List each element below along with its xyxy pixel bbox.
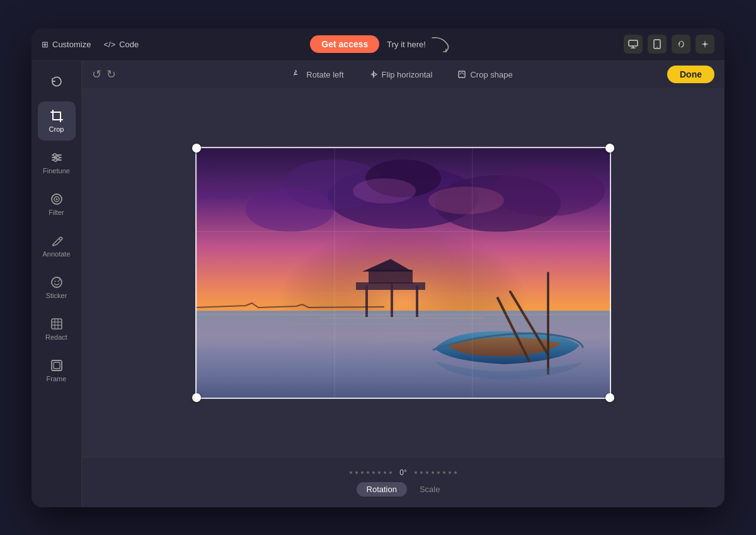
- svg-rect-23: [54, 362, 60, 369]
- sidebar-item-crop[interactable]: Crop: [38, 101, 76, 141]
- monitor-icon: [628, 40, 638, 49]
- crop-shape-icon: [457, 70, 466, 79]
- crop-shape-label: Crop shape: [470, 70, 512, 79]
- redo-button[interactable]: ↻: [106, 67, 116, 81]
- svg-rect-39: [290, 323, 517, 325]
- done-button-container: Done: [667, 66, 714, 83]
- ruler-dot: [454, 471, 457, 474]
- sidebar-frame-label: Frame: [47, 375, 67, 383]
- flip-horizontal-label: Flip horizontal: [382, 70, 433, 79]
- app-container: ⊞ Customize </> Code Get access Try it h…: [32, 28, 724, 507]
- sidebar-item-annotate[interactable]: Annotate: [38, 226, 76, 265]
- code-label: Code: [119, 40, 139, 49]
- main-area: Crop Finetune: [32, 61, 724, 507]
- ruler-dot: [355, 471, 358, 474]
- finetune-icon: [50, 151, 64, 164]
- filter-icon: [50, 192, 64, 206]
- flip-horizontal-icon: [369, 70, 378, 79]
- ruler-dot: [443, 471, 445, 474]
- canvas-area: ↺ ↻ Rotate left Flip ho: [82, 61, 724, 507]
- ruler-dot: [372, 471, 375, 474]
- editor-image: [195, 147, 611, 399]
- monitor-icon-btn[interactable]: [624, 35, 643, 54]
- ruler-dot: [449, 471, 451, 474]
- top-bar: ⊞ Customize </> Code Get access Try it h…: [32, 28, 724, 61]
- sidebar-redact-label: Redact: [45, 333, 67, 341]
- sidebar-crop-label: Crop: [49, 125, 64, 133]
- ruler-dot: [437, 471, 440, 474]
- svg-point-30: [246, 188, 334, 232]
- sidebar-item-finetune[interactable]: Finetune: [38, 143, 76, 182]
- sidebar: Crop Finetune: [32, 61, 82, 507]
- crop-icon: [50, 109, 64, 123]
- done-button[interactable]: Done: [667, 66, 714, 83]
- flip-horizontal-button[interactable]: Flip horizontal: [364, 67, 438, 82]
- customize-icon: ⊞: [42, 40, 49, 49]
- ruler-dot: [361, 471, 364, 474]
- history-button[interactable]: [44, 69, 69, 94]
- moon-icon-btn[interactable]: [672, 35, 690, 54]
- svg-point-16: [57, 280, 59, 282]
- ruler-dot: [384, 471, 386, 474]
- top-bar-left: ⊞ Customize </> Code: [42, 40, 139, 49]
- get-access-button[interactable]: Get access: [310, 35, 379, 53]
- sticker-icon: [50, 275, 64, 289]
- undo-button[interactable]: ↺: [92, 67, 101, 81]
- svg-rect-3: [53, 112, 60, 120]
- sparkle-icon-btn[interactable]: [696, 35, 714, 54]
- sidebar-sticker-label: Sticker: [46, 292, 67, 299]
- svg-rect-38: [321, 317, 485, 319]
- code-icon: </>: [103, 40, 115, 49]
- ruler-dot: [378, 471, 381, 474]
- crop-shape-button[interactable]: Crop shape: [452, 67, 517, 82]
- bottom-bar: 0° Rotation Scale: [82, 457, 724, 507]
- svg-point-2: [656, 47, 658, 48]
- tablet-icon-btn[interactable]: [648, 35, 667, 54]
- ruler-dot: [350, 471, 352, 474]
- sidebar-filter-label: Filter: [49, 209, 64, 216]
- try-it-label: Try it here!: [387, 35, 452, 53]
- frame-icon: [50, 359, 64, 372]
- ruler-dot: [415, 471, 417, 474]
- customize-btn[interactable]: ⊞ Customize: [42, 40, 91, 49]
- svg-point-9: [54, 158, 56, 161]
- svg-point-33: [353, 178, 416, 204]
- svg-point-34: [428, 187, 504, 214]
- top-bar-right: [624, 35, 714, 54]
- ruler-left-dots: [350, 471, 392, 474]
- sidebar-finetune-label: Finetune: [43, 167, 70, 175]
- sidebar-item-redact[interactable]: Redact: [38, 309, 76, 348]
- rotation-ruler: 0°: [350, 468, 456, 477]
- rotate-left-label: Rotate left: [306, 70, 343, 79]
- history-icon: [50, 75, 63, 88]
- customize-label: Customize: [52, 40, 91, 49]
- scale-tab[interactable]: Scale: [410, 482, 450, 497]
- tablet-icon: [653, 39, 661, 49]
- ruler-dot: [389, 471, 392, 474]
- rotation-value: 0°: [399, 468, 406, 477]
- svg-rect-24: [459, 71, 465, 78]
- tab-bar: Rotation Scale: [357, 482, 450, 497]
- svg-point-8: [56, 156, 59, 158]
- redact-icon: [50, 317, 64, 331]
- ruler-dot: [367, 471, 369, 474]
- sidebar-item-frame[interactable]: Frame: [38, 351, 76, 390]
- svg-point-12: [55, 198, 57, 200]
- svg-rect-0: [629, 40, 638, 46]
- sidebar-item-filter[interactable]: Filter: [38, 185, 76, 224]
- sidebar-item-sticker[interactable]: Sticker: [38, 268, 76, 307]
- sparkle-icon: [701, 40, 709, 49]
- rotate-left-button[interactable]: Rotate left: [289, 67, 348, 82]
- svg-rect-17: [52, 319, 62, 329]
- sidebar-annotate-label: Annotate: [42, 250, 70, 258]
- svg-point-7: [53, 153, 55, 156]
- svg-point-31: [491, 166, 605, 216]
- rotate-left-icon: [294, 70, 302, 79]
- scene-svg: [195, 147, 611, 399]
- annotate-icon: [50, 234, 64, 248]
- rotation-tab[interactable]: Rotation: [357, 482, 407, 497]
- svg-rect-43: [416, 285, 418, 317]
- toolbar-undo-redo: ↺ ↻: [92, 67, 116, 81]
- code-btn[interactable]: </> Code: [103, 40, 139, 49]
- crop-wrapper: [195, 147, 611, 399]
